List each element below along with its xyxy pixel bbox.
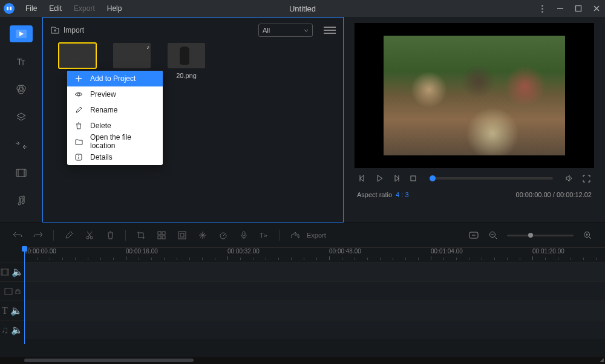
close-button[interactable] — [592, 4, 601, 13]
fit-button[interactable] — [468, 230, 479, 241]
svg-rect-35 — [180, 233, 184, 237]
fullscreen-button[interactable] — [581, 173, 592, 184]
zoom-button[interactable] — [177, 230, 188, 241]
ctx-label: Preview — [90, 90, 116, 99]
freeze-button[interactable] — [197, 230, 208, 241]
maximize-button[interactable] — [574, 4, 583, 13]
ctx-delete[interactable]: Delete — [67, 118, 163, 134]
delete-button[interactable] — [105, 230, 116, 241]
media-item[interactable]: 20.png — [168, 43, 205, 79]
svg-line-47 — [589, 237, 592, 239]
stop-button[interactable] — [408, 173, 419, 184]
mosaic-button[interactable] — [156, 230, 167, 241]
ruler-mark: 00:00:00.00 — [24, 248, 56, 255]
more-icon[interactable] — [541, 5, 543, 13]
text-to-speech-button[interactable]: T» — [259, 230, 270, 241]
zoom-slider[interactable] — [507, 235, 574, 236]
play-button[interactable] — [374, 173, 385, 184]
track-text[interactable]: T🔈 — [0, 301, 605, 320]
track-video[interactable]: 🔈 — [0, 262, 605, 281]
cut-button[interactable] — [84, 230, 95, 241]
volume-button[interactable] — [564, 173, 575, 184]
app-logo — [4, 3, 15, 14]
edit-button[interactable] — [64, 230, 74, 241]
svg-rect-0 — [7, 7, 8, 10]
info-icon — [74, 153, 83, 161]
minimize-button[interactable] — [555, 4, 565, 13]
thumbnail-image — [59, 43, 96, 68]
ruler-mark: 00:01:20.00 — [532, 248, 564, 255]
voiceover-button[interactable] — [238, 230, 249, 241]
ctx-label: Details — [90, 153, 113, 161]
tab-transitions[interactable] — [10, 137, 33, 154]
tab-audio[interactable] — [10, 192, 33, 209]
svg-marker-24 — [378, 175, 382, 181]
resize-grip[interactable]: ◢ — [600, 357, 604, 363]
timeline-scrollbar[interactable]: ◢ — [0, 357, 605, 364]
track-audio[interactable]: ♫🔈 — [0, 320, 605, 339]
svg-point-28 — [87, 236, 89, 239]
sidebar: TT — [0, 17, 42, 223]
ctx-label: Open the file location — [90, 133, 155, 150]
tab-media[interactable] — [10, 25, 33, 42]
timeline-ruler[interactable]: 00:00:00.0000:00:16.0000:00:32.0000:00:4… — [24, 247, 605, 262]
ctx-details[interactable]: Details — [67, 149, 163, 165]
svg-rect-31 — [162, 232, 165, 235]
thumbnail-image — [168, 43, 205, 68]
aspect-value[interactable]: 4 : 3 — [396, 191, 408, 198]
preview-scrubber[interactable] — [430, 177, 553, 180]
import-button[interactable]: Import — [50, 26, 84, 34]
svg-point-18 — [77, 93, 80, 96]
tab-elements[interactable] — [10, 164, 33, 181]
track-pip[interactable] — [0, 281, 605, 301]
svg-rect-37 — [243, 232, 245, 236]
ctx-rename[interactable]: Rename — [67, 102, 163, 118]
svg-rect-27 — [411, 176, 416, 181]
menu-export[interactable]: Export — [68, 4, 101, 13]
svg-rect-32 — [158, 236, 161, 239]
tab-text[interactable]: TT — [10, 53, 33, 70]
redo-button[interactable] — [33, 230, 44, 241]
next-frame-button[interactable] — [391, 173, 402, 184]
preview-viewport — [355, 23, 594, 168]
pip-track-icon — [4, 288, 13, 295]
menu-file[interactable]: File — [19, 4, 43, 13]
playhead[interactable] — [24, 247, 25, 344]
speaker-icon: 🔈 — [11, 324, 23, 336]
prev-frame-button[interactable] — [357, 173, 368, 184]
window-title: Untitled — [289, 4, 316, 13]
tab-filters[interactable] — [10, 81, 33, 98]
tab-overlays[interactable] — [10, 109, 33, 126]
list-view-button[interactable] — [324, 24, 336, 36]
svg-rect-52 — [16, 291, 20, 294]
crop-button[interactable] — [136, 230, 146, 241]
zoom-handle[interactable] — [528, 233, 533, 238]
svg-point-12 — [18, 88, 24, 94]
filter-dropdown[interactable]: All — [258, 24, 313, 37]
preview-frame — [384, 36, 565, 155]
svg-rect-13 — [16, 169, 26, 177]
export-button[interactable] — [290, 230, 301, 241]
timecode: 00:00:00.00 / 00:00:12.02 — [516, 191, 592, 198]
import-icon — [50, 26, 60, 34]
ruler-mark: 00:01:04.00 — [431, 248, 463, 255]
chevron-down-icon — [304, 29, 309, 32]
ctx-open-location[interactable]: Open the file location — [67, 134, 163, 149]
ctx-preview[interactable]: Preview — [67, 86, 163, 102]
zoom-out-button[interactable] — [488, 230, 499, 241]
zoom-in-button[interactable] — [582, 230, 593, 241]
pencil-icon — [74, 106, 83, 114]
import-label: Import — [64, 26, 84, 34]
preview-panel: Aspect ratio 4 : 3 00:00:00.00 / 00:00:1… — [344, 17, 605, 223]
speaker-icon: 🔈 — [11, 266, 24, 278]
tracks: 🔈 T🔈 ♫🔈 — [0, 262, 605, 357]
menu-help[interactable]: Help — [101, 4, 128, 13]
ctx-add-to-project[interactable]: Add to Project — [67, 71, 163, 86]
undo-button[interactable] — [12, 230, 23, 241]
scrollbar-thumb[interactable] — [24, 359, 194, 362]
svg-point-29 — [90, 236, 93, 239]
scrubber-handle[interactable] — [430, 175, 436, 181]
speed-button[interactable] — [218, 230, 229, 241]
ruler-mark: 00:00:48.00 — [329, 248, 361, 255]
menu-edit[interactable]: Edit — [43, 4, 68, 13]
